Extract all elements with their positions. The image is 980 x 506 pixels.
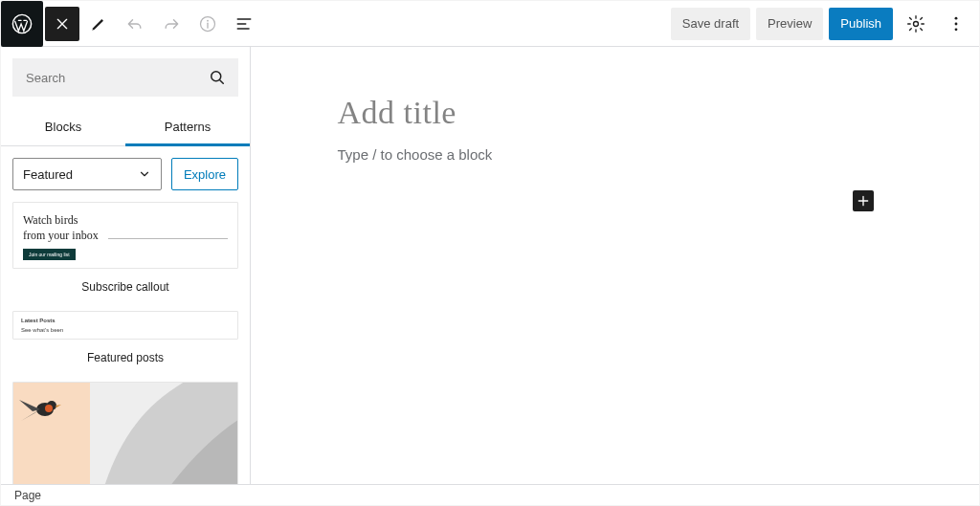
wordpress-icon	[11, 13, 33, 34]
preview-button[interactable]: Preview	[756, 8, 823, 40]
pattern-item[interactable]: Latest Posts See what's been	[12, 311, 238, 340]
pattern-title: Featured posts	[12, 347, 238, 374]
inserter-tabs: Blocks Patterns	[1, 108, 250, 146]
svg-point-5	[955, 22, 958, 25]
tab-blocks[interactable]: Blocks	[1, 108, 125, 145]
info-icon	[198, 14, 217, 33]
pattern-title: Subscribe callout	[12, 276, 238, 303]
details-button[interactable]	[190, 7, 225, 41]
svg-point-7	[212, 72, 221, 81]
explore-patterns-button[interactable]: Explore	[171, 158, 238, 190]
block-breadcrumb[interactable]: Page	[14, 489, 41, 502]
options-button[interactable]	[939, 7, 973, 41]
editor-top-toolbar: Save draft Preview Publish	[1, 1, 979, 47]
pattern-item[interactable]: Watch birds from your inbox Join our mai…	[12, 202, 238, 269]
redo-icon	[162, 14, 181, 33]
svg-point-4	[955, 16, 958, 19]
svg-point-11	[45, 405, 53, 412]
editor-footer: Page	[1, 484, 979, 505]
default-block-prompt[interactable]: Type / to choose a block	[338, 146, 893, 163]
pattern-preview-line: Watch birds	[23, 212, 228, 228]
document-outline-icon	[234, 14, 254, 33]
pattern-preview-cta: Join our mailing list	[23, 249, 76, 260]
edit-icon	[89, 14, 108, 33]
plus-icon	[856, 193, 871, 209]
search-icon	[208, 68, 227, 87]
pattern-preview-line: from your inbox	[23, 228, 99, 243]
list-view-button[interactable]	[227, 7, 261, 41]
bird-icon	[13, 383, 71, 430]
decorative-line	[108, 238, 228, 239]
pattern-preview-line: See what's been	[21, 327, 230, 333]
save-draft-button[interactable]: Save draft	[671, 8, 750, 40]
svg-point-3	[914, 21, 919, 26]
search-input[interactable]	[24, 70, 189, 86]
toggle-inserter-button[interactable]	[45, 7, 79, 41]
pattern-category-selected: Featured	[23, 167, 73, 182]
undo-button[interactable]	[118, 7, 152, 41]
inserter-search[interactable]	[12, 58, 238, 97]
pattern-item[interactable]	[12, 382, 238, 484]
svg-point-2	[207, 19, 209, 21]
publish-button[interactable]: Publish	[829, 8, 893, 40]
pattern-preview-line: Latest Posts	[21, 318, 230, 323]
pattern-preview-overlay	[13, 383, 90, 484]
wordpress-logo[interactable]	[1, 1, 43, 47]
more-vertical-icon	[947, 14, 966, 33]
chevron-down-icon	[138, 167, 151, 181]
editor-canvas[interactable]: Add title Type / to choose a block	[251, 47, 979, 484]
redo-button[interactable]	[154, 7, 189, 41]
undo-icon	[125, 14, 145, 33]
post-title-placeholder[interactable]: Add title	[338, 95, 893, 131]
gear-icon	[906, 14, 925, 33]
add-block-button[interactable]	[853, 190, 874, 211]
block-inserter-panel: Blocks Patterns Featured Explore Watch b…	[1, 47, 251, 484]
tools-button[interactable]	[81, 7, 116, 41]
close-icon	[55, 16, 70, 32]
tab-patterns[interactable]: Patterns	[125, 108, 250, 146]
settings-button[interactable]	[899, 7, 933, 41]
pattern-category-select[interactable]: Featured	[12, 158, 162, 190]
svg-point-6	[955, 28, 958, 31]
